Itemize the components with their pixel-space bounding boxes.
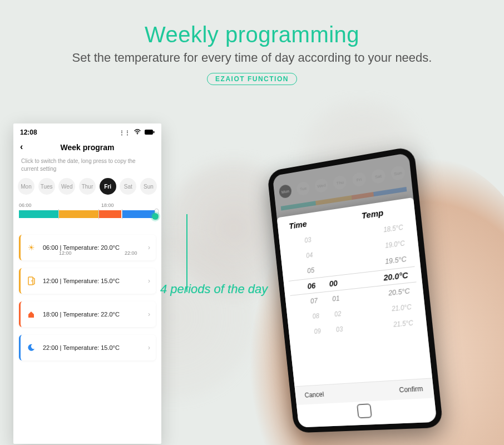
help-text: Click to switch the date, long press to … [13, 156, 161, 178]
callout-text: 4 periods of the day [160, 282, 268, 296]
picker-item-selected: 06 [307, 278, 317, 294]
period-row-text: 12:00 | Temperature: 15.0°C [43, 278, 120, 284]
timeline-tick-1800 [98, 209, 99, 219]
door-icon [25, 275, 37, 287]
picker-sheet: Time Temp 03 04 05 06 07 08 09 [277, 197, 437, 428]
picker-actions: Cancel Confirm [295, 378, 434, 405]
picker-item-selected: 00 [329, 275, 339, 291]
wifi-icon [134, 130, 142, 136]
picker-temp-col[interactable]: 18.5°C 19.0°C 19.5°C 20.0°C 20.5°C 21.0°… [364, 217, 414, 334]
hero-header: Weekly programming Set the temperature f… [0, 0, 504, 85]
picker-item: 05 [307, 263, 315, 279]
home-icon [25, 308, 37, 320]
period-row-text: 22:00 | Temperature: 15.0°C [43, 344, 120, 351]
status-icons: ⋮⋮ [117, 128, 155, 136]
svg-point-4 [31, 280, 32, 281]
picker-item: 03 [304, 232, 312, 248]
phone-right: Mon Tue Wed Thu Fri Sat Sun Time Temp 03 [267, 146, 443, 433]
picker-item: 02 [333, 306, 342, 322]
picker-item: 08 [312, 308, 320, 324]
timeline-seg-2 [58, 210, 98, 218]
topbar: ‹ Week program [13, 137, 161, 156]
callout-dot [152, 213, 159, 220]
phone-frame: Mon Tue Wed Thu Fri Sat Sun Time Temp 03 [267, 146, 443, 433]
picker-item: 09 [313, 324, 322, 339]
day-mon[interactable]: Mon [18, 178, 34, 195]
day-fri[interactable]: Fri [100, 178, 116, 195]
label-1800: 18:00 [101, 202, 114, 208]
picker-item: 01 [332, 291, 340, 307]
hero-title: Weekly programming [0, 22, 504, 47]
battery-icon [145, 130, 155, 136]
period-row-4[interactable]: 22:00 | Temperature: 15.0°C › [19, 335, 156, 360]
period-row-1[interactable]: ☀ 06:00 | Temperature: 20.0°C › [19, 235, 156, 260]
timeline[interactable] [19, 210, 156, 218]
period-list: ☀ 06:00 | Temperature: 20.0°C › 12:00 | … [13, 233, 161, 370]
picker-item: 20.5°C [388, 283, 411, 301]
screen-title: Week program [61, 143, 115, 152]
timeline-tick-2200 [122, 209, 122, 219]
picker-item: 03 [335, 322, 343, 338]
svg-rect-2 [154, 131, 155, 134]
period-row-text: 18:00 | Temperature: 22.0°C [43, 311, 120, 318]
timeline-tick-1200 [58, 209, 59, 219]
chevron-right-icon: › [148, 244, 150, 251]
hero-subtitle: Set the temperature for every time of da… [0, 51, 504, 65]
period-row-text: 06:00 | Temperature: 20.0°C [43, 244, 120, 251]
cancel-button[interactable]: Cancel [304, 390, 324, 399]
picker-item: 21.0°C [391, 299, 412, 317]
day-tue[interactable]: Tues [38, 178, 55, 195]
picker-body[interactable]: 03 04 05 06 07 08 09 00 01 02 [279, 215, 427, 342]
picker-item: 07 [309, 293, 318, 309]
phone-screen: Mon Tue Wed Thu Fri Sat Sun Time Temp 03 [273, 153, 437, 428]
timeline-labels-top: 06:00 18:00 [13, 202, 161, 209]
day-sat[interactable]: Sat [120, 178, 136, 195]
chevron-right-icon: › [148, 310, 150, 318]
home-button[interactable] [357, 403, 372, 418]
picker-item: 21.5°C [393, 315, 414, 333]
day-wed[interactable]: Wed [58, 178, 75, 195]
confirm-button[interactable]: Confirm [399, 385, 423, 394]
sun-icon: ☀ [25, 241, 37, 254]
day-thu[interactable]: Thur [79, 178, 96, 195]
timeline-seg-3 [98, 210, 122, 218]
period-row-3[interactable]: 18:00 | Temperature: 22.0°C › [19, 301, 156, 327]
hero-badge: EZAIOT FUNCTION [207, 73, 297, 85]
status-bar: 12:08 ⋮⋮ [13, 123, 161, 137]
timeline-seg-4 [122, 210, 156, 218]
picker-item: 19.0°C [384, 235, 406, 254]
back-button[interactable]: ‹ [20, 142, 23, 152]
callout-leader-line [156, 214, 187, 292]
picker-item [332, 229, 334, 245]
period-row-2[interactable]: 12:00 | Temperature: 15.0°C › [19, 268, 156, 294]
moon-icon [25, 342, 37, 354]
picker-item [335, 260, 337, 275]
picker-item [334, 244, 335, 260]
timeline-seg-1 [19, 210, 58, 218]
cellular-icon: ⋮⋮ [119, 130, 130, 136]
label-0600: 06:00 [19, 202, 32, 208]
svg-point-0 [137, 134, 138, 135]
day-sun[interactable]: Sun [140, 178, 157, 195]
picker-item: 04 [305, 248, 314, 264]
picker-item: 19.5°C [384, 251, 407, 270]
status-time: 12:08 [20, 128, 37, 136]
chevron-right-icon: › [148, 344, 150, 352]
phone-left: 12:08 ⋮⋮ ‹ Week program Click to switch … [13, 123, 161, 444]
svg-rect-1 [145, 130, 153, 135]
chevron-right-icon: › [148, 277, 150, 285]
day-selector: Mon Tues Wed Thur Fri Sat Sun [13, 178, 161, 202]
